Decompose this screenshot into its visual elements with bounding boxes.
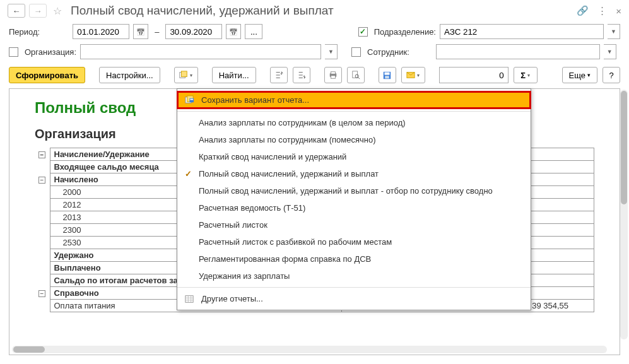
period-from-input[interactable] bbox=[73, 24, 129, 39]
organization-label: Организация: bbox=[25, 47, 76, 57]
save-button[interactable] bbox=[379, 67, 396, 83]
subdivision-checkbox[interactable] bbox=[358, 27, 368, 37]
menu-report-variant[interactable]: Расчетный листок с разбивкой по рабочим … bbox=[177, 233, 531, 250]
svg-rect-14 bbox=[190, 99, 193, 100]
menu-item-label: Удержания из зарплаты bbox=[199, 271, 290, 281]
menu-separator bbox=[177, 111, 531, 112]
menu-item-label: Расчетный листок с разбивкой по рабочим … bbox=[199, 237, 392, 247]
svg-rect-9 bbox=[385, 76, 389, 78]
help-button[interactable]: ? bbox=[603, 67, 620, 83]
print-button[interactable] bbox=[324, 67, 342, 83]
close-icon[interactable]: × bbox=[616, 6, 621, 16]
link-icon[interactable]: 🔗 bbox=[577, 5, 589, 16]
settings-button[interactable]: Настройки... bbox=[99, 67, 160, 83]
kebab-menu-icon[interactable]: ⋮ bbox=[597, 5, 607, 16]
sigma-icon: Σ bbox=[520, 71, 526, 80]
organization-input[interactable] bbox=[80, 44, 321, 59]
subdivision-input[interactable] bbox=[440, 24, 604, 39]
menu-other-reports[interactable]: Другие отчеты... bbox=[177, 290, 531, 307]
employee-input[interactable] bbox=[436, 44, 600, 59]
employee-checkbox[interactable] bbox=[351, 47, 361, 57]
check-icon bbox=[184, 169, 192, 179]
floppy-icon bbox=[383, 71, 391, 79]
forward-button[interactable]: → bbox=[29, 4, 47, 18]
save-variant-icon bbox=[184, 95, 195, 105]
tree-toggle[interactable]: − bbox=[38, 151, 45, 158]
menu-item-label: Расчетный листок bbox=[199, 220, 267, 230]
tree-toggle[interactable]: − bbox=[38, 177, 45, 184]
menu-report-variant[interactable]: Удержания из зарплаты bbox=[177, 267, 531, 285]
period-from-calendar-button[interactable] bbox=[133, 24, 148, 39]
organization-checkbox[interactable] bbox=[9, 47, 18, 57]
svg-rect-15 bbox=[185, 295, 193, 302]
menu-report-variant[interactable]: Расчетная ведомость (Т-51) bbox=[177, 199, 531, 216]
period-to-calendar-button[interactable] bbox=[226, 24, 241, 39]
collapse-icon bbox=[274, 71, 283, 79]
numeric-input[interactable] bbox=[439, 67, 508, 83]
menu-report-variant[interactable]: Полный свод начислений, удержаний и выпл… bbox=[177, 165, 531, 182]
printer-icon bbox=[329, 71, 338, 79]
employee-label: Сотрудник: bbox=[367, 47, 409, 57]
favorite-star-icon[interactable]: ☆ bbox=[53, 5, 62, 17]
menu-item-label: Сохранить вариант отчета... bbox=[201, 95, 309, 105]
menu-report-variant[interactable]: Анализ зарплаты по сотрудникам (помесячн… bbox=[177, 131, 531, 148]
email-dropdown-button[interactable] bbox=[401, 67, 425, 83]
more-button[interactable]: Еще ▾ bbox=[562, 67, 597, 83]
svg-rect-1 bbox=[182, 71, 187, 77]
variant-dropdown-button[interactable] bbox=[174, 67, 198, 83]
report-variant-icon bbox=[179, 71, 188, 79]
calendar-icon bbox=[229, 27, 238, 37]
collapse-groups-button[interactable] bbox=[270, 67, 288, 83]
menu-separator bbox=[177, 287, 531, 288]
period-to-input[interactable] bbox=[165, 24, 222, 39]
back-button[interactable]: ← bbox=[8, 4, 25, 18]
menu-item-label: Регламентированная форма справка по ДСВ bbox=[199, 254, 371, 264]
period-dash: – bbox=[155, 27, 159, 37]
expand-icon bbox=[297, 71, 306, 79]
menu-item-label: Полный свод начислений, удержаний и выпл… bbox=[199, 169, 379, 179]
subdivision-label: Подразделение: bbox=[374, 27, 436, 37]
find-button[interactable]: Найти... bbox=[212, 67, 256, 83]
magnifier-page-icon bbox=[351, 71, 360, 79]
menu-item-label: Анализ зарплаты по сотрудникам (помесячн… bbox=[199, 135, 376, 144]
tree-toggle[interactable]: − bbox=[38, 290, 45, 297]
employee-dropdown-button[interactable]: ▼ bbox=[604, 44, 616, 59]
menu-item-label: Полный свод начислений, удержаний и выпл… bbox=[199, 186, 493, 196]
page-title: Полный свод начислений, удержаний и выпл… bbox=[71, 4, 573, 18]
svg-rect-8 bbox=[385, 72, 390, 74]
menu-report-variant[interactable]: Регламентированная форма справка по ДСВ bbox=[177, 250, 531, 267]
menu-save-variant[interactable]: Сохранить вариант отчета... bbox=[177, 91, 531, 109]
form-button[interactable]: Сформировать bbox=[9, 67, 85, 83]
menu-report-variant[interactable]: Анализ зарплаты по сотрудникам (в целом … bbox=[177, 114, 531, 131]
horizontal-scrollbar[interactable] bbox=[12, 346, 607, 353]
period-label: Период: bbox=[9, 27, 40, 37]
calendar-icon bbox=[136, 27, 145, 37]
report-variants-menu: Сохранить вариант отчета... Анализ зарпл… bbox=[177, 88, 531, 310]
menu-item-label: Краткий свод начислений и удержаний bbox=[199, 152, 346, 161]
sigma-dropdown-button[interactable]: Σ bbox=[514, 67, 538, 83]
svg-rect-4 bbox=[331, 76, 335, 78]
period-select-button[interactable]: ... bbox=[245, 24, 262, 39]
vertical-scrollbar[interactable] bbox=[620, 90, 628, 339]
expand-groups-button[interactable] bbox=[293, 67, 310, 83]
menu-item-label: Расчетная ведомость (Т-51) bbox=[199, 203, 305, 213]
menu-item-label: Другие отчеты... bbox=[201, 294, 263, 303]
svg-rect-3 bbox=[331, 72, 335, 74]
subdivision-dropdown-button[interactable]: ▼ bbox=[608, 24, 620, 39]
envelope-icon bbox=[406, 71, 415, 79]
menu-item-label: Анализ зарплаты по сотрудникам (в целом … bbox=[199, 118, 406, 127]
table-icon bbox=[184, 295, 195, 303]
preview-button[interactable] bbox=[347, 67, 365, 83]
menu-report-variant[interactable]: Краткий свод начислений и удержаний bbox=[177, 148, 531, 165]
menu-report-variant[interactable]: Полный свод начислений, удержаний и выпл… bbox=[177, 182, 531, 199]
organization-dropdown-button[interactable]: ▼ bbox=[325, 44, 338, 59]
menu-report-variant[interactable]: Расчетный листок bbox=[177, 216, 531, 233]
